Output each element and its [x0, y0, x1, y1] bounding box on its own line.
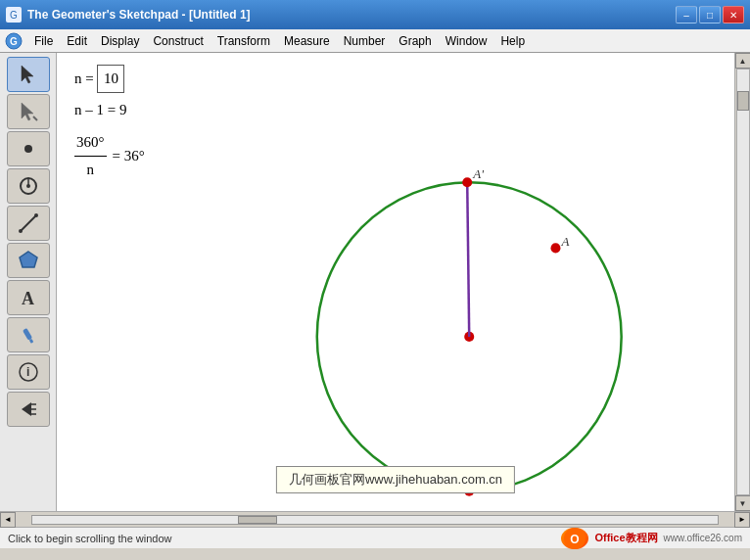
point-a-prime[interactable]: [462, 177, 472, 187]
canvas-area[interactable]: n = 10 n – 1 = 9 360° n = 36° A': [57, 53, 734, 511]
svg-point-10: [19, 229, 23, 233]
svg-text:A: A: [22, 289, 34, 308]
svg-rect-14: [22, 328, 31, 341]
close-button[interactable]: ✕: [723, 6, 744, 23]
menu-transform[interactable]: Transform: [211, 32, 277, 50]
svg-text:i: i: [26, 365, 29, 379]
marker-tool[interactable]: [7, 317, 50, 352]
arrow-tool[interactable]: [7, 94, 50, 129]
menu-bar: G File Edit Display Construct Transform …: [0, 29, 750, 53]
label-a: A: [560, 234, 570, 249]
office-branding: O Office教程网 www.office26.com: [561, 528, 742, 549]
scroll-track[interactable]: [736, 69, 750, 495]
svg-marker-12: [20, 252, 37, 267]
scroll-left-button[interactable]: ◄: [0, 512, 16, 528]
label-a-prime: A': [472, 166, 484, 181]
menu-graph[interactable]: Graph: [392, 32, 438, 50]
scroll-up-button[interactable]: ▲: [735, 53, 751, 69]
select-tool[interactable]: [7, 57, 50, 92]
window-controls: – □ ✕: [676, 6, 744, 23]
app-title: The Geometer's Sketchpad - [Untitled 1]: [27, 8, 251, 22]
svg-line-4: [33, 117, 37, 120]
svg-marker-18: [22, 402, 31, 416]
svg-point-5: [24, 145, 32, 153]
minimize-button[interactable]: –: [676, 6, 697, 23]
geometry-svg[interactable]: A' A: [57, 53, 734, 511]
text-tool[interactable]: A: [7, 280, 50, 315]
svg-point-11: [34, 213, 38, 217]
svg-marker-3: [22, 103, 33, 120]
segment-tool[interactable]: [7, 206, 50, 241]
svg-text:G: G: [10, 36, 18, 47]
scroll-right-button[interactable]: ►: [734, 512, 750, 528]
menu-number[interactable]: Number: [337, 32, 393, 50]
point-a[interactable]: [550, 243, 560, 253]
custom-tool[interactable]: [7, 392, 50, 427]
horizontal-scrollbar[interactable]: ◄ ►: [0, 511, 750, 527]
svg-text:O: O: [571, 533, 580, 546]
menu-edit[interactable]: Edit: [60, 32, 94, 50]
svg-line-9: [21, 215, 36, 231]
toolbar: A i: [0, 53, 57, 511]
maximize-button[interactable]: □: [699, 6, 721, 23]
office-icon: O: [561, 528, 588, 549]
svg-marker-2: [22, 66, 33, 83]
menu-display[interactable]: Display: [94, 32, 146, 50]
app-icon: G: [6, 7, 22, 23]
menu-construct[interactable]: Construct: [146, 32, 210, 50]
scroll-down-button[interactable]: ▼: [735, 495, 751, 511]
menu-window[interactable]: Window: [439, 32, 494, 50]
polygon-tool[interactable]: [7, 243, 50, 278]
menu-app-icon: G: [4, 31, 23, 51]
status-message: Click to begin scrolling the window: [8, 533, 172, 544]
scroll-thumb[interactable]: [737, 91, 749, 111]
watermark: 几何画板官网www.jihehuaban.com.cn: [276, 466, 515, 493]
point-tool[interactable]: [7, 131, 50, 166]
menu-measure[interactable]: Measure: [277, 32, 337, 50]
radius-line[interactable]: [467, 182, 469, 337]
office-label: Office教程网: [594, 531, 657, 545]
info-tool[interactable]: i: [7, 354, 50, 390]
h-scroll-track[interactable]: [31, 515, 719, 525]
vertical-scrollbar[interactable]: ▲ ▼: [734, 53, 750, 511]
menu-help[interactable]: Help: [493, 32, 532, 50]
circle-tool[interactable]: [7, 168, 50, 204]
status-bar: Click to begin scrolling the window O Of…: [0, 527, 750, 548]
office-site: www.office26.com: [664, 533, 742, 543]
h-scroll-thumb[interactable]: [238, 516, 277, 524]
menu-file[interactable]: File: [27, 32, 60, 50]
title-bar: G The Geometer's Sketchpad - [Untitled 1…: [0, 0, 750, 29]
